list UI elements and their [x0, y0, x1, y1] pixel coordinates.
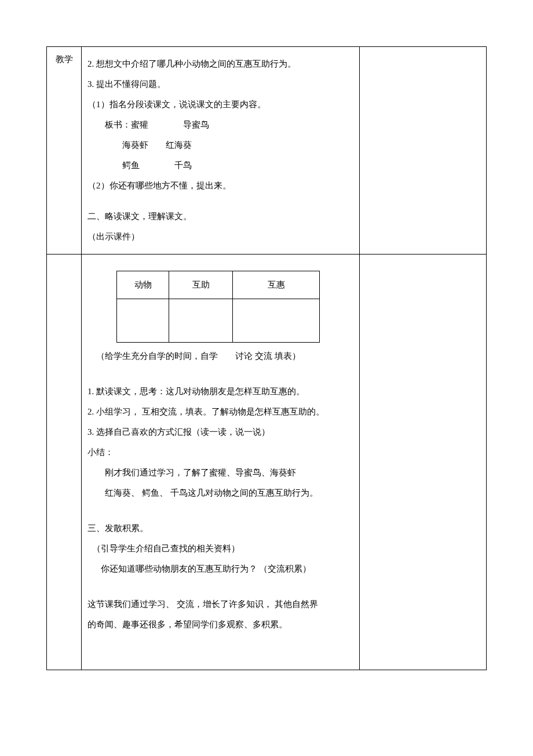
text: 这节课我们通过学习、 交流，增长了许多知识， 其他自然界 — [87, 597, 353, 612]
spacer — [87, 581, 353, 592]
text: 红海葵、 鳄鱼、 千鸟这几对动物之间的互惠互助行为。 — [87, 485, 353, 501]
right-cell-1 — [360, 47, 487, 255]
content-cell-1: 2. 想想文中介绍了哪几种小动物之间的互惠互助行为。 3. 提出不懂得问题。 （… — [82, 47, 360, 255]
text: 海葵虾 — [122, 140, 148, 150]
text: 2. 小组学习， 互相交流，填表。了解动物是怎样互惠互助的。 — [87, 404, 353, 420]
text: （出示课件） — [87, 229, 353, 245]
text: （给学生充分自学的时间，自学 — [96, 351, 218, 361]
inner-table: 动物 互助 互惠 — [116, 271, 320, 343]
inner-header: 互惠 — [233, 271, 320, 299]
inner-header: 动物 — [117, 271, 169, 299]
heading: 三、发散积累。 — [87, 521, 353, 536]
text: 千鸟 — [174, 161, 192, 170]
text: 导蜜鸟 — [183, 120, 209, 129]
right-cell-2 — [360, 255, 487, 670]
heading: 二、略读课文，理解课文。 — [87, 209, 353, 224]
text: 鳄鱼 — [122, 161, 140, 170]
text: 3. 提出不懂得问题。 — [87, 77, 353, 92]
inner-cell — [233, 299, 320, 343]
text: 2. 想想文中介绍了哪几种小动物之间的互惠互助行为。 — [87, 56, 353, 72]
text: 小结： — [87, 445, 353, 460]
left-cell-2 — [47, 255, 82, 670]
spacer — [87, 369, 353, 379]
text: （给学生充分自学的时间，自学讨论 交流 填表） — [87, 348, 353, 364]
text: 3. 选择自己喜欢的方式汇报（读一读，说一说） — [87, 424, 353, 440]
spacer — [87, 506, 353, 516]
inner-cell — [169, 299, 233, 343]
text: （1）指名分段读课文，说说课文的主要内容。 — [87, 97, 353, 112]
spacer — [87, 637, 353, 660]
left-label-cell: 教学 — [47, 47, 82, 255]
text: 板书：蜜獾 — [105, 120, 148, 129]
content-cell-2: 动物 互助 互惠 （给学生充分自学的时间，自学讨论 交流 填表） 1. 默读课文… — [82, 255, 360, 670]
left-label: 教学 — [56, 54, 73, 64]
text: 的奇闻、趣事还很多，希望同学们多观察、多积累。 — [87, 617, 353, 633]
text: 红海葵 — [166, 140, 192, 150]
spacer — [87, 198, 353, 204]
document-page: 教学 2. 想想文中介绍了哪几种小动物之间的互惠互助行为。 3. 提出不懂得问题… — [0, 0, 533, 705]
text: （2）你还有哪些地方不懂，提出来。 — [87, 178, 353, 194]
text: 讨论 交流 填表） — [235, 351, 301, 361]
text: 你还知道哪些动物朋友的互惠互助行为？ （交流积累） — [87, 561, 353, 577]
text: 1. 默读课文，思考：这几对动物朋友是怎样互助互惠的。 — [87, 384, 353, 399]
board-row: 海葵虾红海葵 — [87, 137, 353, 153]
board-row: 鳄鱼千鸟 — [87, 158, 353, 173]
inner-header: 互助 — [169, 271, 233, 299]
text: 刚才我们通过学习，了解了蜜獾、导蜜鸟、海葵虾 — [87, 465, 353, 481]
board-row: 板书：蜜獾导蜜鸟 — [87, 117, 353, 133]
inner-cell — [117, 299, 169, 343]
outer-table: 教学 2. 想想文中介绍了哪几种小动物之间的互惠互助行为。 3. 提出不懂得问题… — [46, 46, 487, 670]
text: （引导学生介绍自己查找的相关资料） — [87, 541, 353, 557]
